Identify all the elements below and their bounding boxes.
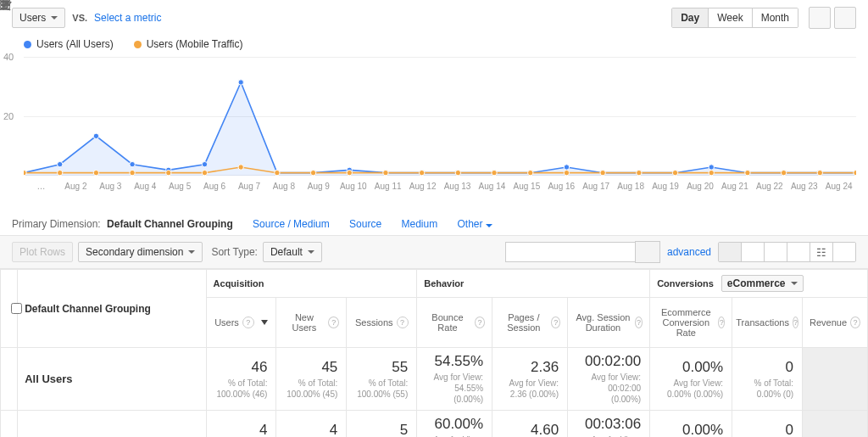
metric-cell: 2.36Avg for View: 2.36 (0.00%) — [492, 348, 568, 411]
svg-point-6 — [93, 133, 98, 138]
dot-icon — [24, 41, 31, 48]
col-header[interactable]: Sessions? — [347, 298, 417, 348]
metric-dropdown[interactable]: Users — [12, 8, 65, 28]
svg-point-7 — [130, 161, 135, 166]
metric-cell: 45% of Total: 100.00% (45) — [276, 348, 347, 411]
view-comparison-icon[interactable] — [787, 243, 810, 261]
help-icon[interactable]: ? — [328, 317, 339, 328]
svg-marker-3 — [24, 82, 856, 176]
svg-point-35 — [275, 170, 280, 175]
metric-cell: 00:02:00Avg for View: 00:02:00 (0.00%) — [568, 348, 650, 411]
svg-point-5 — [57, 161, 62, 166]
search-input[interactable] — [505, 242, 635, 262]
svg-point-38 — [383, 170, 388, 175]
dim-source[interactable]: Source — [349, 218, 381, 230]
row-label[interactable]: Mobile Traffic — [18, 411, 206, 438]
col-header[interactable]: Ecommerce Conversion Rate? — [650, 298, 732, 348]
svg-point-40 — [455, 170, 460, 175]
help-icon[interactable]: ? — [718, 317, 725, 328]
view-table-icon[interactable] — [719, 243, 742, 261]
line-chart-icon[interactable] — [809, 7, 831, 29]
svg-point-48 — [745, 170, 750, 175]
col-header[interactable]: Avg. Session Duration? — [568, 298, 650, 348]
svg-point-51 — [854, 170, 856, 175]
conversions-dropdown[interactable]: eCommerce — [721, 275, 804, 292]
sort-type-label: Sort Type: — [211, 246, 257, 258]
view-mode-toggle: ☷ — [718, 242, 856, 262]
metric-cell: 5% of Total: 9.09% (55) — [347, 411, 417, 438]
metric-cell: 0.00%Avg for View: 0.00% (0.00%) — [650, 411, 732, 438]
view-pie-icon[interactable] — [742, 243, 765, 261]
svg-point-43 — [564, 170, 569, 175]
metric-cell: 55% of Total: 100.00% (55) — [347, 348, 417, 411]
svg-point-39 — [419, 170, 424, 175]
svg-point-32 — [166, 170, 171, 175]
select-metric-link[interactable]: Select a metric — [94, 12, 161, 24]
search-box — [505, 241, 660, 263]
view-bar-icon[interactable] — [765, 243, 787, 261]
plot-rows-button: Plot Rows — [12, 242, 73, 262]
chevron-down-icon — [51, 16, 58, 20]
svg-point-19 — [564, 165, 569, 170]
granularity-day[interactable]: Day — [672, 8, 709, 27]
row-label[interactable]: All Users — [18, 348, 206, 411]
dot-icon — [134, 41, 142, 48]
col-header[interactable]: Users? — [206, 298, 276, 348]
metric-cell: 46% of Total: 100.00% (46) — [206, 348, 276, 411]
help-icon[interactable]: ? — [551, 317, 560, 328]
motion-chart-icon[interactable] — [834, 7, 856, 29]
sort-desc-icon — [261, 320, 268, 325]
row-dimension-header[interactable]: Default Channel Grouping — [18, 270, 206, 348]
primary-dim-selected[interactable]: Default Channel Grouping — [107, 218, 233, 230]
view-cloud-icon[interactable]: ☷ — [810, 243, 833, 261]
svg-point-36 — [310, 170, 315, 175]
group-conversions: Conversions eCommerce — [650, 270, 868, 298]
data-table: Default Channel Grouping Acquisition Beh… — [0, 269, 868, 437]
svg-point-42 — [528, 170, 533, 175]
metric-cell: 00:03:06Avg for View: 00:02:00 (54.97%) — [568, 411, 650, 438]
chevron-down-icon — [791, 282, 798, 285]
svg-point-46 — [672, 170, 677, 175]
help-icon[interactable]: ? — [793, 317, 798, 328]
col-header[interactable]: New Users? — [276, 298, 347, 348]
legend-series-0: Users (All Users) — [24, 38, 114, 50]
svg-point-49 — [781, 170, 786, 175]
chevron-down-icon — [308, 250, 314, 254]
granularity-week[interactable]: Week — [709, 8, 752, 27]
dim-source-medium[interactable]: Source / Medium — [253, 218, 330, 230]
col-header[interactable]: Revenue? — [803, 298, 868, 348]
granularity-toggle: Day Week Month — [671, 8, 798, 28]
col-header[interactable]: Pages / Session? — [492, 298, 568, 348]
help-icon[interactable]: ? — [397, 317, 409, 328]
y-tick: 40 — [3, 52, 14, 62]
dim-medium[interactable]: Medium — [401, 218, 437, 230]
col-header[interactable]: Transactions? — [732, 298, 803, 348]
metric-cell — [803, 348, 868, 411]
help-icon[interactable]: ? — [635, 317, 643, 328]
group-behavior: Behavior — [417, 270, 650, 298]
svg-point-41 — [492, 170, 497, 175]
checkbox-all[interactable] — [1, 270, 18, 348]
svg-point-23 — [709, 165, 714, 170]
metric-cell: 0% of Total: 0.00% (0) — [732, 348, 803, 411]
svg-point-34 — [238, 165, 243, 170]
secondary-dimension-dropdown[interactable]: Secondary dimension — [78, 242, 203, 262]
sort-dropdown[interactable]: Default — [263, 242, 322, 262]
chart-toolbar: Users VS. Select a metric Day Week Month — [0, 0, 868, 36]
advanced-link[interactable]: advanced — [667, 246, 711, 258]
metric-cell: 4.60Avg for View: 2.36 (94.62%) — [492, 411, 568, 438]
dim-other[interactable]: Other — [458, 218, 492, 230]
view-pivot-icon[interactable] — [833, 243, 855, 261]
help-icon[interactable]: ? — [475, 317, 485, 328]
metric-cell: 60.00%Avg for View: 54.55% (10.00%) — [417, 411, 492, 438]
group-acquisition: Acquisition — [206, 270, 417, 298]
help-icon[interactable]: ? — [242, 317, 254, 328]
col-header[interactable]: Bounce Rate? — [417, 298, 492, 348]
x-axis-labels: …Aug 2Aug 3Aug 4Aug 5Aug 6Aug 7Aug 8Aug … — [24, 182, 856, 191]
granularity-month[interactable]: Month — [753, 8, 798, 27]
help-icon[interactable]: ? — [850, 317, 860, 328]
svg-point-47 — [709, 170, 714, 175]
search-button[interactable] — [635, 241, 660, 263]
primary-dimension-row: Primary Dimension: Default Channel Group… — [0, 210, 868, 235]
svg-point-9 — [202, 161, 207, 166]
